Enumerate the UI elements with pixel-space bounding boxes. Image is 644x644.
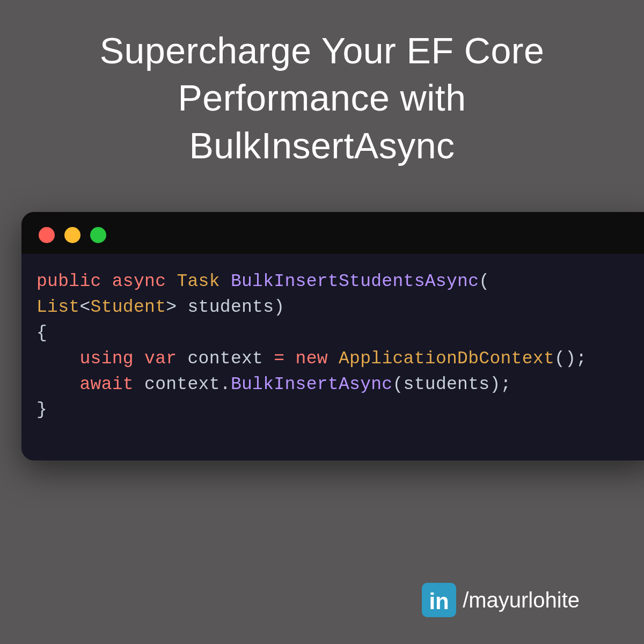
linkedin-handle: /mayurlohite (463, 588, 580, 612)
code-body: public async Task BulkInsertStudentsAsyn… (21, 254, 644, 460)
footer: in /mayurlohite (422, 583, 580, 617)
linkedin-icon: in (422, 583, 456, 617)
zoom-icon (90, 227, 106, 243)
window-titlebar (21, 212, 644, 254)
page-title: Supercharge Your EF Core Performance wit… (0, 0, 644, 169)
minimize-icon (64, 227, 80, 243)
close-icon (39, 227, 55, 243)
code-window: public async Task BulkInsertStudentsAsyn… (21, 212, 644, 460)
